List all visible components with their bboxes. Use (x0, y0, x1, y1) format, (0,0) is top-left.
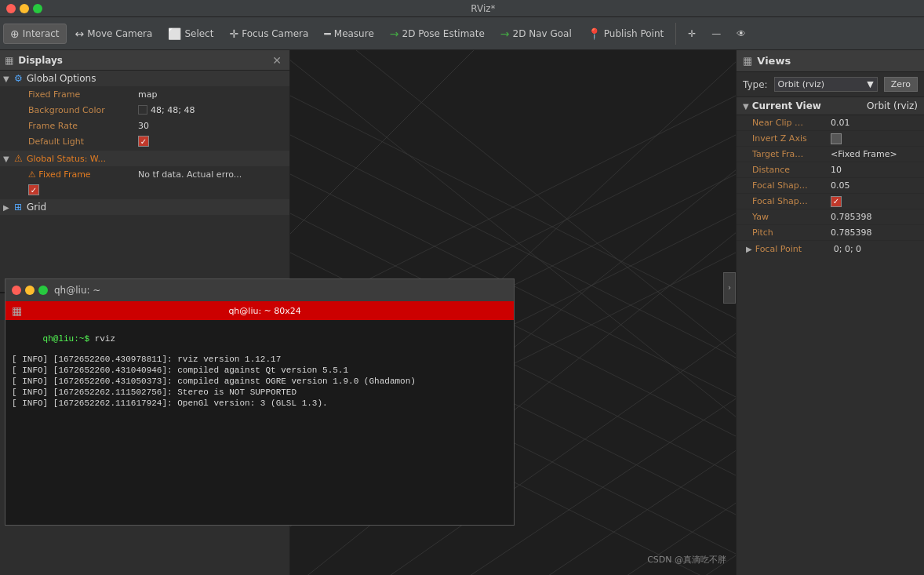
global-status-fixed-frame-row[interactable]: ⚠ Fixed Frame No tf data. Actual erro... (0, 166, 289, 182)
current-view-type: Orbit (rviz) (867, 100, 918, 111)
select-button[interactable]: ⬜ Select (161, 24, 220, 44)
yaw-name: Yaw (752, 212, 831, 222)
global-status-header[interactable]: ▼ ⚠ Global Status: W... (0, 151, 289, 166)
focal-shape2-checkbox[interactable]: ✓ (831, 196, 842, 207)
nav-goal-label: 2D Nav Goal (513, 28, 572, 39)
move-camera-label: Move Camera (87, 28, 152, 39)
terminal-window-controls[interactable] (12, 286, 48, 295)
terminal-minimize-dot[interactable] (25, 286, 35, 295)
terminal-tab-icon: ▦ (12, 304, 22, 317)
invert-z-checkbox[interactable] (831, 133, 842, 144)
window-title: RViz* (49, 3, 918, 14)
move-camera-button[interactable]: ↔ Move Camera (68, 24, 160, 44)
title-bar: RViz* (0, 0, 924, 17)
interact-button[interactable]: ⊕ Interact (3, 24, 67, 44)
current-view-header[interactable]: ▼ Current View Orbit (rviz) (737, 97, 924, 115)
focal-point-row[interactable]: ▶ Focal Point 0; 0; 0 (737, 241, 924, 257)
fixed-frame-name: Fixed Frame (28, 89, 138, 100)
color-swatch (138, 105, 147, 115)
displays-title: Displays (18, 55, 269, 66)
current-view-label: Current View (752, 100, 821, 111)
close-dot[interactable] (6, 4, 16, 13)
pose-estimate-button[interactable]: → 2D Pose Estimate (383, 24, 492, 44)
global-status-checkbox[interactable]: ✓ (28, 184, 39, 195)
target-frame-value: <Fixed Frame> (831, 149, 897, 159)
global-status-arrow: ▼ (3, 155, 14, 163)
terminal-title-bar: qh@liu: ~ (5, 279, 514, 301)
measure-icon: ━ (324, 27, 330, 40)
settings-button[interactable]: — (704, 24, 728, 43)
pitch-name: Pitch (752, 227, 831, 238)
maximize-dot[interactable] (33, 4, 42, 13)
global-status-checkbox-row[interactable]: ✓ (0, 182, 289, 198)
default-light-row[interactable]: Default Light ✓ (0, 133, 289, 149)
focal-shape1-row[interactable]: Focal Shap… 0.05 (737, 178, 924, 194)
global-options-header[interactable]: ▼ ⚙ Global Options (0, 71, 289, 86)
grid-label: Grid (27, 202, 286, 213)
terminal-tab-bar: ▦ qh@liu: ~ 80x24 (5, 301, 514, 320)
default-light-checkbox[interactable]: ✓ (138, 136, 149, 147)
current-view-arrow: ▼ (743, 102, 749, 111)
pose-estimate-label: 2D Pose Estimate (402, 28, 485, 39)
displays-panel-header: ▦ Displays ✕ (0, 50, 289, 71)
focus-camera-button[interactable]: ✛ Focus Camera (222, 24, 315, 44)
target-frame-row[interactable]: Target Fra… <Fixed Frame> (737, 147, 924, 162)
views-type-value: Orbit (rviz) (778, 79, 824, 89)
interact-icon: ⊕ (10, 27, 20, 40)
views-type-select[interactable]: Orbit (rviz) ▼ (774, 77, 878, 92)
window-controls[interactable] (6, 4, 42, 13)
views-type-label: Type: (743, 79, 768, 90)
global-status-icon: ⚠ (14, 153, 27, 164)
terminal-line-1: [ INFO] [1672652260.430978811]: rviz ver… (12, 355, 507, 364)
add-icon: ✛ (688, 28, 696, 39)
fixed-frame-value: map (138, 89, 157, 100)
focus-camera-label: Focus Camera (242, 28, 308, 39)
terminal-content[interactable]: qh@liu:~$ qh@liu:~$ rvizrviz [ INFO] [16… (5, 320, 514, 525)
terminal-prompt-line: qh@liu:~$ qh@liu:~$ rvizrviz (12, 325, 507, 353)
views-type-arrow: ▼ (867, 79, 873, 89)
yaw-row[interactable]: Yaw 0.785398 (737, 209, 924, 225)
default-light-name: Default Light (28, 136, 138, 147)
distance-row[interactable]: Distance 10 (737, 162, 924, 178)
distance-name: Distance (752, 165, 831, 175)
publish-point-button[interactable]: 📍 Publish Point (580, 24, 671, 44)
focal-point-name: Focal Point (755, 244, 834, 254)
fixed-frame-row[interactable]: Fixed Frame map (0, 86, 289, 102)
select-icon: ⬜ (168, 27, 181, 40)
focal-shape2-row[interactable]: Focal Shap… ✓ (737, 194, 924, 209)
near-clip-row[interactable]: Near Clip … 0.01 (737, 115, 924, 131)
select-label: Select (184, 28, 213, 39)
nav-goal-button[interactable]: → 2D Nav Goal (493, 24, 579, 44)
invert-z-name: Invert Z Axis (752, 133, 831, 144)
frame-rate-row[interactable]: Frame Rate 30 (0, 118, 289, 133)
background-color-row[interactable]: Background Color 48; 48; 48 (0, 102, 289, 118)
focal-shape1-name: Focal Shap… (752, 180, 831, 191)
invert-z-row[interactable]: Invert Z Axis (737, 131, 924, 147)
measure-button[interactable]: ━ Measure (317, 24, 380, 44)
views-zero-button[interactable]: Zero (884, 77, 918, 92)
target-frame-name: Target Fra… (752, 149, 831, 159)
yaw-value: 0.785398 (831, 212, 872, 222)
displays-close-button[interactable]: ✕ (269, 54, 285, 67)
distance-value: 10 (831, 165, 842, 175)
view-button[interactable]: 👁 (729, 24, 753, 43)
terminal-title-text: qh@liu: ~ (54, 285, 100, 296)
terminal-close-dot[interactable] (12, 286, 21, 295)
focal-point-arrow: ▶ (746, 245, 752, 253)
grid-header[interactable]: ▶ ⊞ Grid (0, 199, 289, 215)
displays-panel-icon: ▦ (5, 55, 13, 66)
global-options-icon: ⚙ (14, 73, 27, 84)
terminal-line-3: [ INFO] [1672652260.431050373]: compiled… (12, 377, 507, 386)
minimize-dot[interactable] (20, 4, 29, 13)
terminal-line-2: [ INFO] [1672652260.431040946]: compiled… (12, 366, 507, 375)
nav-goal-icon: → (500, 27, 510, 40)
focal-shape2-name: Focal Shap… (752, 196, 831, 206)
right-collapse-button[interactable]: › (723, 272, 736, 304)
pitch-row[interactable]: Pitch 0.785398 (737, 225, 924, 241)
right-panel: ▦ Views Type: Orbit (rviz) ▼ Zero ▼ Curr… (736, 50, 924, 575)
terminal-line-4: [ INFO] [1672652262.111502756]: Stereo i… (12, 388, 507, 397)
measure-label: Measure (334, 28, 374, 39)
right-collapse-icon: › (728, 283, 731, 292)
terminal-maximize-dot[interactable] (38, 286, 48, 295)
add-button[interactable]: ✛ (681, 24, 703, 43)
